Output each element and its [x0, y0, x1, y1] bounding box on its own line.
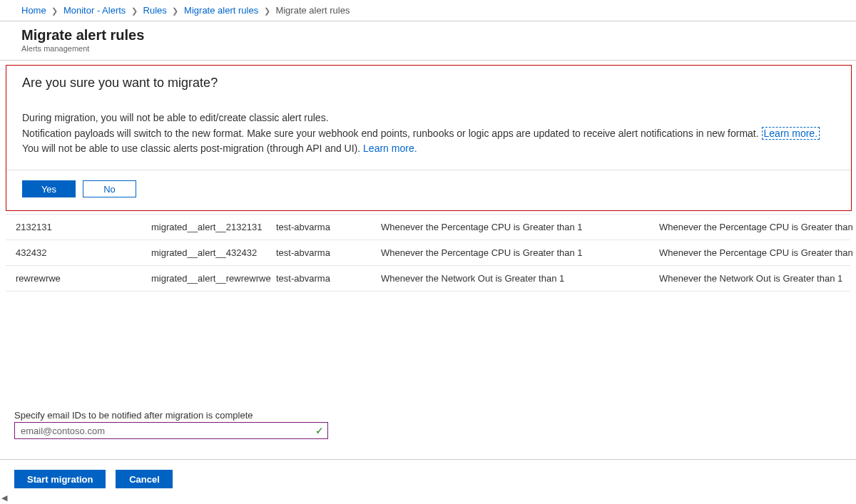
learn-more-link-1[interactable]: Learn more. [762, 127, 820, 140]
cell-migrated-name: migrated__alert__rewrewrwe [151, 273, 276, 284]
scroll-left-icon[interactable]: ◀ [1, 493, 7, 503]
breadcrumb-home[interactable]: Home [21, 5, 46, 16]
confirm-panel: Are you sure you want to migrate? During… [6, 65, 852, 211]
cell-condition-1: Whenever the Percentage CPU is Greater t… [381, 247, 659, 258]
cell-migrated-name: migrated__alert__432432 [151, 247, 276, 258]
page-header: Migrate alert rules Alerts management [0, 21, 856, 61]
breadcrumb-rules[interactable]: Rules [143, 5, 167, 16]
rules-table: 2132131 migrated__alert__2132131 test-ab… [0, 214, 856, 292]
chevron-right-icon: ❯ [51, 6, 58, 16]
cell-classic-name: 2132131 [16, 222, 151, 232]
table-row: 432432 migrated__alert__432432 test-abva… [6, 240, 850, 266]
breadcrumb-migrate-alert-rules[interactable]: Migrate alert rules [184, 5, 258, 16]
confirm-line-2-text: Notification payloads will switch to the… [22, 128, 762, 139]
cell-target: test-abvarma [276, 247, 381, 258]
start-migration-button[interactable]: Start migration [14, 470, 106, 488]
cell-migrated-name: migrated__alert__2132131 [151, 222, 276, 232]
confirm-line-3-text: You will not be able to use classic aler… [22, 143, 363, 154]
cell-classic-name: rewrewrwe [16, 273, 151, 284]
confirm-line-3: You will not be able to use classic aler… [22, 141, 835, 157]
email-note-label: Specify email IDs to be notified after m… [14, 410, 842, 421]
chevron-right-icon: ❯ [264, 6, 270, 16]
cell-condition-2: Whenever the Percentage CPU is Greater t… [659, 247, 856, 258]
divider [6, 170, 851, 170]
confirm-line-2: Notification payloads will switch to the… [22, 126, 835, 142]
table-row: 2132131 migrated__alert__2132131 test-ab… [6, 214, 850, 240]
confirm-heading: Are you sure you want to migrate? [22, 76, 835, 91]
page-subtitle: Alerts management [21, 44, 842, 53]
breadcrumb-monitor-alerts[interactable]: Monitor - Alerts [63, 5, 126, 16]
yes-button[interactable]: Yes [22, 180, 76, 197]
learn-more-link-2[interactable]: Learn more. [363, 143, 417, 154]
cell-condition-2: Whenever the Network Out is Greater than… [659, 273, 842, 284]
cell-condition-1: Whenever the Network Out is Greater than… [381, 273, 659, 284]
cell-target: test-abvarma [276, 273, 381, 284]
table-row: rewrewrwe migrated__alert__rewrewrwe tes… [6, 266, 850, 292]
cell-target: test-abvarma [276, 222, 381, 232]
cell-condition-2: Whenever the Percentage CPU is Greater t… [659, 222, 856, 232]
cell-classic-name: 432432 [16, 247, 151, 258]
confirm-line-1: During migration, you will not be able t… [22, 110, 835, 126]
cell-condition-1: Whenever the Percentage CPU is Greater t… [381, 222, 659, 232]
breadcrumb: Home ❯ Monitor - Alerts ❯ Rules ❯ Migrat… [0, 0, 856, 21]
bottom-section: Specify email IDs to be notified after m… [0, 410, 856, 504]
breadcrumb-current: Migrate alert rules [275, 5, 350, 16]
divider [0, 459, 856, 460]
page-title: Migrate alert rules [21, 27, 842, 43]
cancel-button[interactable]: Cancel [116, 470, 173, 488]
notification-email-input[interactable] [14, 422, 328, 439]
no-button[interactable]: No [83, 180, 136, 197]
chevron-right-icon: ❯ [172, 6, 178, 16]
chevron-right-icon: ❯ [131, 6, 138, 16]
